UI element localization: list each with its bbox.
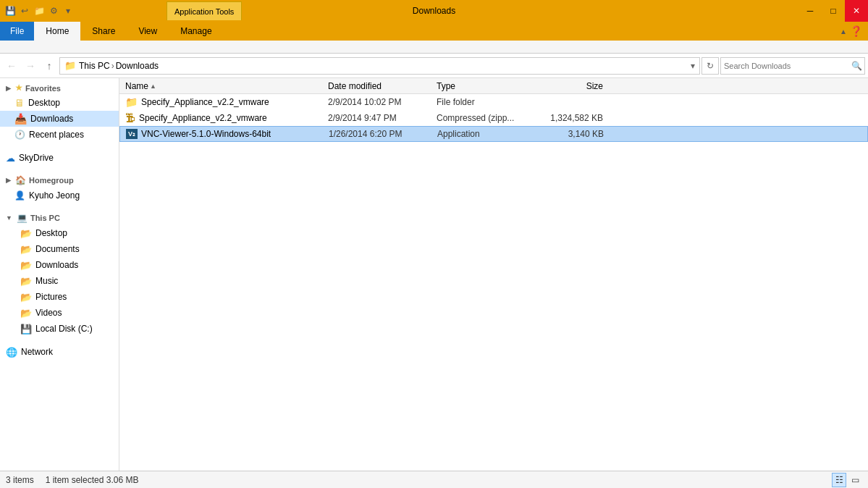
col-header-type[interactable]: Type xyxy=(437,81,531,91)
downloads2-icon: 📂 xyxy=(20,260,32,271)
sidebar-item-network[interactable]: 🌐 Network xyxy=(0,344,119,360)
quick-access-toolbar: 💾 ↩ 📁 ⚙ ▾ xyxy=(0,5,74,17)
recent-icon: 🕐 xyxy=(14,130,25,140)
sidebar-thispc-label: This PC xyxy=(30,214,60,222)
file-name-2: Specify_Appliance_v2.2_vmware xyxy=(139,113,267,123)
sidebar-item-skydrive[interactable]: ☁ SkyDrive xyxy=(0,150,119,166)
minimize-button[interactable]: ─ xyxy=(799,0,822,22)
tab-share[interactable]: Share xyxy=(80,22,127,41)
table-row[interactable]: 📁 Specify_Appliance_v2.2_vmware 2/9/2014… xyxy=(119,94,868,110)
sidebar-homegroup-label: Homegroup xyxy=(29,176,74,185)
tab-view[interactable]: View xyxy=(127,22,169,41)
sidebar-item-music-label: Music xyxy=(35,276,58,286)
sidebar-item-recent[interactable]: 🕐 Recent places xyxy=(0,127,119,143)
col-header-name[interactable]: Name ▲ xyxy=(125,81,328,91)
table-row[interactable]: 🗜 Specify_Appliance_v2.2_vmware 2/9/2014… xyxy=(119,110,868,126)
sidebar-item-skydrive-label: SkyDrive xyxy=(19,153,54,163)
ribbon-tabs: File Home Share View Manage ▲ ❓ xyxy=(0,22,868,41)
file-name-1: Specify_Appliance_v2.2_vmware xyxy=(141,97,269,107)
tab-manage[interactable]: Manage xyxy=(169,22,223,41)
table-row[interactable]: V₂ VNC-Viewer-5.1.0-Windows-64bit 1/26/2… xyxy=(119,126,868,142)
file-cell-type-1: File folder xyxy=(437,97,531,107)
divider-4 xyxy=(0,338,119,344)
title-bar: 💾 ↩ 📁 ⚙ ▾ Application Tools Downloads ─ … xyxy=(0,0,868,22)
save-icon[interactable]: 💾 xyxy=(4,5,16,17)
sidebar-homegroup: ▶ 🏠 Homegroup 👤 Kyuho Jeong xyxy=(0,173,119,203)
documents-icon: 📂 xyxy=(20,244,32,255)
sidebar-favorites-header: ▶ ★ Favorites xyxy=(0,81,119,95)
selected-info: 1 item selected 3.06 MB xyxy=(46,475,139,485)
file-cell-name-2: 🗜 Specify_Appliance_v2.2_vmware xyxy=(125,112,328,124)
app-file-icon-3: V₂ xyxy=(126,129,138,139)
forward-button[interactable]: → xyxy=(22,57,39,75)
sidebar-item-videos-label: Videos xyxy=(35,308,62,318)
back-button[interactable]: ← xyxy=(3,57,20,75)
sidebar-item-desktop2[interactable]: 📂 Desktop xyxy=(0,225,119,241)
large-icons-button[interactable]: ▭ xyxy=(848,473,862,487)
sidebar: ▶ ★ Favorites 🖥 Desktop 📥 Downloads 🕐 Re… xyxy=(0,78,119,471)
sidebar-item-music[interactable]: 📂 Music xyxy=(0,273,119,289)
homegroup-expand-icon[interactable]: ▶ xyxy=(6,177,11,184)
dropdown-icon[interactable]: ▾ xyxy=(62,5,74,17)
address-bar[interactable]: 📁 This PC › Downloads ▾ xyxy=(59,57,700,75)
sidebar-item-downloads2[interactable]: 📂 Downloads xyxy=(0,257,119,273)
file-cell-name-1: 📁 Specify_Appliance_v2.2_vmware xyxy=(125,96,328,108)
sidebar-item-desktop-label: Desktop xyxy=(28,98,60,108)
sidebar-favorites-label: Favorites xyxy=(25,84,61,93)
sidebar-item-downloads2-label: Downloads xyxy=(35,260,78,270)
application-tools-tab: Application Tools xyxy=(167,1,242,20)
col-header-size[interactable]: Size xyxy=(531,81,603,91)
tab-home[interactable]: Home xyxy=(34,22,80,41)
search-box[interactable]: 🔍 xyxy=(720,57,865,75)
sidebar-item-recent-label: Recent places xyxy=(29,130,84,140)
ribbon-content xyxy=(0,41,868,54)
refresh-button[interactable]: ↻ xyxy=(701,57,719,75)
folder-icon-qa[interactable]: 📁 xyxy=(33,5,45,17)
details-view-button[interactable]: ☷ xyxy=(832,473,846,487)
downloads-folder-icon: 📥 xyxy=(14,113,27,125)
undo-icon[interactable]: ↩ xyxy=(19,5,30,17)
file-cell-date-2: 2/9/2014 9:47 PM xyxy=(328,113,437,123)
sidebar-item-desktop[interactable]: 🖥 Desktop xyxy=(0,95,119,111)
folder-file-icon-1: 📁 xyxy=(125,96,138,108)
sidebar-item-documents[interactable]: 📂 Documents xyxy=(0,241,119,257)
favorites-expand-icon[interactable]: ▶ xyxy=(6,85,11,92)
col-name-label: Name xyxy=(125,81,148,91)
sidebar-item-pictures[interactable]: 📂 Pictures xyxy=(0,289,119,305)
address-dropdown-icon[interactable]: ▾ xyxy=(691,61,695,71)
pictures-icon: 📂 xyxy=(20,292,32,303)
file-cell-size-2: 1,324,582 KB xyxy=(531,113,603,123)
sidebar-item-kyuho[interactable]: 👤 Kyuho Jeong xyxy=(0,188,119,203)
search-icon[interactable]: 🔍 xyxy=(848,58,864,74)
breadcrumb-downloads[interactable]: Downloads xyxy=(116,61,159,71)
properties-icon[interactable]: ⚙ xyxy=(48,5,59,17)
help-icon[interactable]: ❓ xyxy=(850,25,862,37)
sidebar-item-kyuho-label: Kyuho Jeong xyxy=(29,190,80,201)
address-bar-area: ← → ↑ 📁 This PC › Downloads ▾ ↻ 🔍 xyxy=(0,54,868,78)
search-input[interactable] xyxy=(721,62,848,70)
sidebar-item-desktop2-label: Desktop xyxy=(35,228,67,238)
sidebar-item-pictures-label: Pictures xyxy=(35,292,67,302)
status-bar: 3 items 1 item selected 3.06 MB ☷ ▭ xyxy=(0,471,868,488)
file-cell-type-3: Application xyxy=(437,129,531,139)
zip-file-icon-2: 🗜 xyxy=(125,112,135,124)
tab-file[interactable]: File xyxy=(0,22,34,41)
col-header-date[interactable]: Date modified xyxy=(328,81,437,91)
ribbon-up-icon[interactable]: ▲ xyxy=(840,28,847,35)
up-button[interactable]: ↑ xyxy=(41,57,58,75)
thispc-expand-icon[interactable]: ▼ xyxy=(6,214,12,222)
music-icon: 📂 xyxy=(20,276,32,287)
sidebar-item-downloads[interactable]: 📥 Downloads xyxy=(0,111,119,127)
sidebar-thispc: ▼ 💻 This PC 📂 Desktop 📂 Documents 📂 Down… xyxy=(0,211,119,337)
sidebar-network: 🌐 Network xyxy=(0,344,119,360)
breadcrumb-thispc[interactable]: This PC xyxy=(79,61,110,71)
sidebar-item-localdisk[interactable]: 💾 Local Disk (C:) xyxy=(0,321,119,337)
sidebar-item-network-label: Network xyxy=(21,347,53,357)
maximize-button[interactable]: □ xyxy=(822,0,845,22)
sidebar-item-videos[interactable]: 📂 Videos xyxy=(0,305,119,321)
close-button[interactable]: ✕ xyxy=(845,0,868,22)
breadcrumb: This PC › Downloads xyxy=(79,61,688,71)
breadcrumb-sep1: › xyxy=(111,61,114,71)
file-cell-size-3: 3,140 KB xyxy=(531,129,604,139)
sidebar-item-documents-label: Documents xyxy=(35,244,80,254)
